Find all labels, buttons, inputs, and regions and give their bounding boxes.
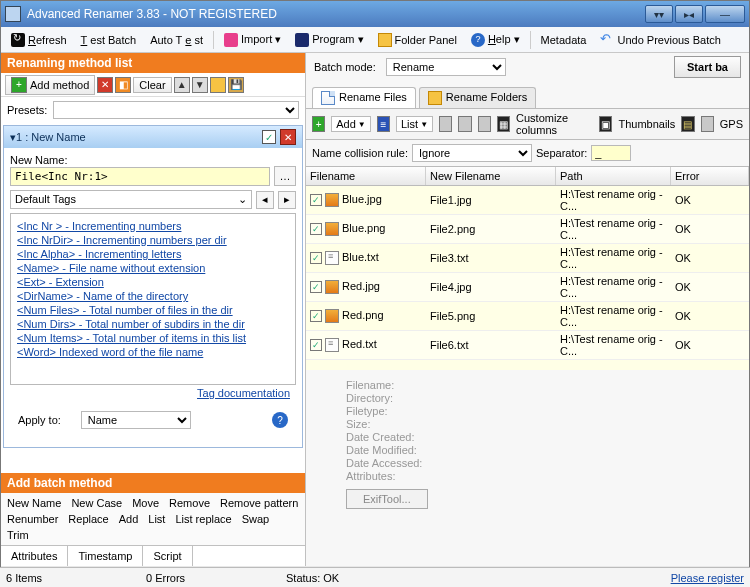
program-button[interactable]: Program ▾ (289, 30, 369, 50)
batch-method-item[interactable]: List (148, 513, 165, 525)
table-row[interactable]: ✓Red.pngFile5.pngH:\Test rename orig - C… (306, 302, 749, 331)
batch-method-item[interactable]: Swap (242, 513, 270, 525)
batch-method-item[interactable]: Remove pattern (220, 497, 298, 509)
table-row[interactable]: ✓Red.jpgFile4.jpgH:\Test rename orig - C… (306, 273, 749, 302)
save-button[interactable]: 💾 (228, 77, 244, 93)
file-info-panel: Filename:Directory:Filetype:Size:Date Cr… (306, 370, 749, 517)
columns-icon[interactable]: ▦ (497, 116, 510, 132)
add-dropdown[interactable]: Add▼ (331, 116, 371, 132)
test-batch-button[interactable]: Test Batch (75, 31, 143, 49)
batch-method-item[interactable]: Add (119, 513, 139, 525)
auto-test-button[interactable]: Auto Test (144, 31, 209, 49)
tag-link[interactable]: <DirName> - Name of the directory (17, 290, 188, 302)
tab-rename-folders[interactable]: Rename Folders (419, 87, 536, 108)
table-row[interactable]: ✓Blue.jpgFile1.jpgH:\Test rename orig - … (306, 186, 749, 215)
tag-link[interactable]: <Inc Nr > - Incrementing numbers (17, 220, 181, 232)
method-close-button[interactable]: ✕ (280, 129, 296, 145)
default-tags-select[interactable]: Default Tags⌄ (10, 190, 252, 209)
refresh-button[interactable]: Refresh (5, 30, 73, 50)
tag-prev-button[interactable]: ◂ (256, 191, 274, 209)
row-checkbox[interactable]: ✓ (310, 223, 322, 235)
row-checkbox[interactable]: ✓ (310, 194, 322, 206)
table-row[interactable]: ✓Red.txtFile6.txtH:\Test rename orig - C… (306, 331, 749, 360)
grid-header[interactable]: Filename New Filename Path Error (306, 167, 749, 186)
tag-link[interactable]: <Num Items> - Total number of items in t… (17, 332, 246, 344)
help-button[interactable]: ?Help ▾ (465, 30, 526, 50)
browse-tags-button[interactable]: … (274, 166, 296, 186)
col-newfilename[interactable]: New Filename (426, 167, 556, 185)
new-name-input[interactable] (10, 167, 270, 186)
tag-link[interactable]: <Name> - File name without extension (17, 262, 205, 274)
batch-method-item[interactable]: Remove (169, 497, 210, 509)
calendar-icon[interactable]: ▤ (681, 116, 694, 132)
folder-icon (378, 33, 392, 47)
extra-method-button[interactable]: ◧ (115, 77, 131, 93)
row-checkbox[interactable]: ✓ (310, 252, 322, 264)
tags-list[interactable]: <Inc Nr > - Incrementing numbers<Inc NrD… (10, 213, 296, 385)
minimize-button[interactable]: — (705, 5, 745, 23)
grey-btn-2[interactable] (458, 116, 471, 132)
clear-methods-button[interactable]: Clear (133, 77, 171, 93)
row-checkbox[interactable]: ✓ (310, 339, 322, 351)
tag-link[interactable]: <Num Files> - Total number of files in t… (17, 304, 233, 316)
undo-batch-button[interactable]: ↶Undo Previous Batch (594, 30, 726, 50)
batch-method-item[interactable]: Renumber (7, 513, 58, 525)
minimize-group-button[interactable]: ▾▾ (645, 5, 673, 23)
batch-method-item[interactable]: New Name (7, 497, 61, 509)
collision-select[interactable]: Ignore (412, 144, 532, 162)
tag-link[interactable]: <Inc Alpha> - Incrementing letters (17, 248, 181, 260)
folder-panel-button[interactable]: Folder Panel (372, 30, 463, 50)
thumbnails-button[interactable]: Thumbnails (618, 118, 675, 130)
gps-button[interactable]: GPS (720, 118, 743, 130)
row-checkbox[interactable]: ✓ (310, 281, 322, 293)
tag-documentation-link[interactable]: Tag documentation (197, 387, 290, 399)
batch-tab[interactable]: Script (143, 546, 192, 566)
add-method-button[interactable]: +Add method (5, 75, 95, 95)
batch-tab[interactable]: Attributes (1, 546, 68, 566)
batch-method-item[interactable]: Trim (7, 529, 29, 541)
method-enabled-checkbox[interactable]: ✓ (262, 130, 276, 144)
separator-label: Separator: (536, 147, 587, 159)
method-title-bar[interactable]: ▾ 1 : New Name ✓ ✕ (4, 126, 302, 148)
tag-next-button[interactable]: ▸ (278, 191, 296, 209)
table-row[interactable]: ✓Blue.txtFile3.txtH:\Test rename orig - … (306, 244, 749, 273)
separator-input[interactable] (591, 145, 631, 161)
move-up-button[interactable]: ▲ (174, 77, 190, 93)
batch-method-item[interactable]: Move (132, 497, 159, 509)
move-down-button[interactable]: ▼ (192, 77, 208, 93)
metadata-button[interactable]: Metadata (535, 31, 593, 49)
batch-method-item[interactable]: Replace (68, 513, 108, 525)
import-button[interactable]: Import ▾ (218, 30, 287, 50)
col-path[interactable]: Path (556, 167, 671, 185)
batch-method-item[interactable]: New Case (71, 497, 122, 509)
tag-link[interactable]: <Word> Indexed word of the file name (17, 346, 203, 358)
batch-mode-select[interactable]: Rename (386, 58, 506, 76)
exiftool-button[interactable]: ExifTool... (346, 489, 428, 509)
tag-link[interactable]: <Ext> - Extension (17, 276, 104, 288)
delete-method-button[interactable]: ✕ (97, 77, 113, 93)
list-dropdown[interactable]: List▼ (396, 116, 433, 132)
register-link[interactable]: Please register (671, 572, 744, 584)
batch-tab[interactable]: Timestamp (68, 546, 143, 566)
method-help-icon[interactable]: ? (272, 412, 288, 428)
add-files-plus-icon[interactable]: + (312, 116, 325, 132)
list-icon[interactable]: ≡ (377, 116, 390, 132)
table-row[interactable]: ✓Blue.pngFile2.pngH:\Test rename orig - … (306, 215, 749, 244)
start-batch-button[interactable]: Start ba (674, 56, 741, 78)
col-filename[interactable]: Filename (306, 167, 426, 185)
tag-link[interactable]: <Num Dirs> - Total number of subdirs in … (17, 318, 245, 330)
col-error[interactable]: Error (671, 167, 749, 185)
presets-select[interactable] (53, 101, 299, 119)
open-folder-button[interactable] (210, 77, 226, 93)
customize-columns-button[interactable]: Customize columns (516, 112, 593, 136)
grey-btn-1[interactable] (439, 116, 452, 132)
thumbnails-icon[interactable]: ▣ (599, 116, 612, 132)
grey-btn-3[interactable] (478, 116, 491, 132)
apply-to-select[interactable]: Name (81, 411, 191, 429)
row-checkbox[interactable]: ✓ (310, 310, 322, 322)
tag-link[interactable]: <Inc NrDir> - Incrementing numbers per d… (17, 234, 227, 246)
tab-rename-files[interactable]: Rename Files (312, 87, 416, 108)
grey-btn-4[interactable] (701, 116, 714, 132)
batch-method-item[interactable]: List replace (175, 513, 231, 525)
maximize-group-button[interactable]: ▸◂ (675, 5, 703, 23)
